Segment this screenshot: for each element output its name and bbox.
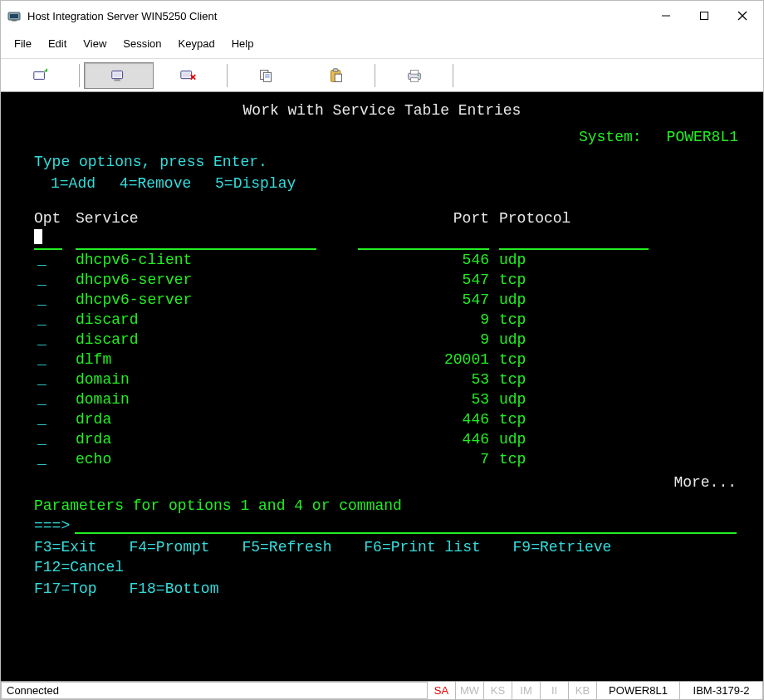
row-opt-input[interactable]: _ [34, 350, 76, 370]
row-port: 9 [358, 330, 499, 350]
status-mw: MW [456, 682, 484, 699]
table-row: _echo7tcp [34, 449, 755, 469]
menu-view[interactable]: View [75, 34, 115, 53]
toolbar [1, 59, 763, 92]
status-im: IM [512, 682, 541, 699]
instructions: Type options, press Enter. 1=Add 4=Remov… [9, 152, 755, 193]
command-input[interactable] [75, 516, 737, 534]
menu-session[interactable]: Session [115, 34, 169, 53]
row-service: domain [76, 389, 358, 409]
row-opt-input[interactable]: _ [34, 250, 76, 270]
fkey-f12[interactable]: F12=Cancel [34, 557, 124, 577]
status-term: IBM-3179-2 [680, 682, 763, 699]
system-label: System: [579, 127, 642, 147]
row-opt-input[interactable]: _ [34, 389, 76, 409]
row-opt-input[interactable]: _ [34, 330, 76, 350]
system-row: System: POWER8L1 [9, 127, 755, 147]
status-host: POWER8L1 [597, 682, 680, 699]
row-protocol: tcp [499, 449, 748, 469]
col-protocol: Protocol [499, 208, 748, 228]
status-kb: KB [569, 682, 597, 699]
app-window: Host Integration Server WIN5250 Client F… [0, 0, 764, 700]
row-port: 446 [358, 409, 499, 429]
svg-rect-22 [335, 74, 341, 81]
row-protocol: udp [499, 330, 748, 350]
table-row: _domain53udp [34, 389, 755, 409]
table-row: _domain53tcp [34, 370, 755, 389]
row-opt-input[interactable]: _ [34, 290, 76, 310]
row-opt-input[interactable]: _ [34, 270, 76, 290]
toolbar-session-button[interactable] [84, 62, 154, 89]
terminal-disconnect-icon [179, 67, 198, 84]
row-opt-input[interactable]: _ [34, 409, 76, 429]
row-protocol: udp [499, 389, 748, 409]
row-service: drda [76, 409, 358, 429]
minimize-button[interactable] [647, 1, 685, 31]
system-value: POWER8L1 [667, 127, 738, 147]
menu-edit[interactable]: Edit [40, 34, 75, 53]
toolbar-copy-button[interactable] [232, 62, 301, 89]
table-header: Opt Service Port Protocol [34, 208, 755, 228]
row-protocol: udp [499, 290, 748, 310]
table-row: _drda446tcp [34, 409, 755, 429]
table-row: _dhcpv6-client546udp [34, 250, 755, 270]
command-label: Parameters for options 1 and 4 or comman… [9, 496, 755, 516]
table-row: _drda446udp [34, 429, 755, 449]
svg-rect-10 [114, 72, 121, 77]
option-add: 1=Add [51, 175, 96, 192]
svg-rect-11 [115, 79, 120, 81]
terminal-session-icon [110, 67, 128, 84]
menu-help[interactable]: Help [223, 34, 262, 53]
maximize-button[interactable] [685, 1, 723, 31]
row-opt-input[interactable]: _ [34, 370, 76, 389]
row-port: 20001 [358, 350, 499, 370]
row-service: dhcpv6-server [76, 270, 358, 290]
table-row: _dhcpv6-server547udp [34, 290, 755, 310]
row-port: 7 [358, 449, 499, 469]
menu-keypad[interactable]: Keypad [170, 34, 223, 53]
svg-point-26 [418, 74, 419, 76]
fkey-f4[interactable]: F4=Prompt [129, 537, 209, 557]
window-controls [647, 1, 762, 31]
close-button[interactable] [723, 1, 762, 31]
menu-file[interactable]: File [6, 34, 40, 53]
status-connection: Connected [1, 682, 428, 699]
table-row: _dhcpv6-server547tcp [34, 270, 755, 290]
paste-icon [327, 67, 345, 84]
toolbar-connect-button[interactable] [6, 62, 76, 89]
svg-rect-13 [183, 72, 190, 77]
terminal-screen[interactable]: Work with Service Table Entries System: … [1, 92, 763, 681]
row-opt-input[interactable]: _ [34, 429, 76, 449]
row-port: 547 [358, 290, 499, 310]
col-port: Port [358, 208, 499, 228]
printer-icon [405, 67, 424, 84]
row-service: discard [76, 330, 358, 350]
svg-rect-2 [12, 20, 17, 22]
row-service: dlfm [76, 350, 358, 370]
row-opt-input[interactable]: _ [34, 449, 76, 469]
fkey-f5[interactable]: F5=Refresh [242, 537, 331, 557]
row-protocol: udp [499, 250, 748, 270]
fkeys-row2: F17=Top F18=Bottom [9, 579, 755, 599]
input-cursor[interactable] [34, 229, 42, 244]
option-remove: 4=Remove [120, 175, 191, 192]
screen-title: Work with Service Table Entries [9, 100, 755, 120]
svg-rect-8 [36, 73, 43, 78]
fkey-f6[interactable]: F6=Print list [364, 537, 480, 557]
fkey-f3[interactable]: F3=Exit [34, 537, 97, 557]
toolbar-disconnect-button[interactable] [154, 62, 223, 89]
fkey-f17[interactable]: F17=Top [34, 579, 97, 599]
row-protocol: tcp [499, 370, 748, 389]
fkey-f9[interactable]: F9=Retrieve [513, 537, 612, 557]
service-table: Opt Service Port Protocol _dhcpv6-client… [9, 208, 755, 469]
toolbar-paste-button[interactable] [301, 62, 371, 89]
terminal-connect-icon [32, 67, 50, 84]
toolbar-print-button[interactable] [380, 62, 449, 89]
svg-rect-1 [10, 14, 18, 18]
col-service: Service [76, 208, 358, 228]
row-protocol: udp [499, 429, 748, 449]
row-opt-input[interactable]: _ [34, 310, 76, 330]
row-port: 446 [358, 429, 499, 449]
fkey-f18[interactable]: F18=Bottom [129, 579, 218, 599]
row-port: 546 [358, 250, 499, 270]
